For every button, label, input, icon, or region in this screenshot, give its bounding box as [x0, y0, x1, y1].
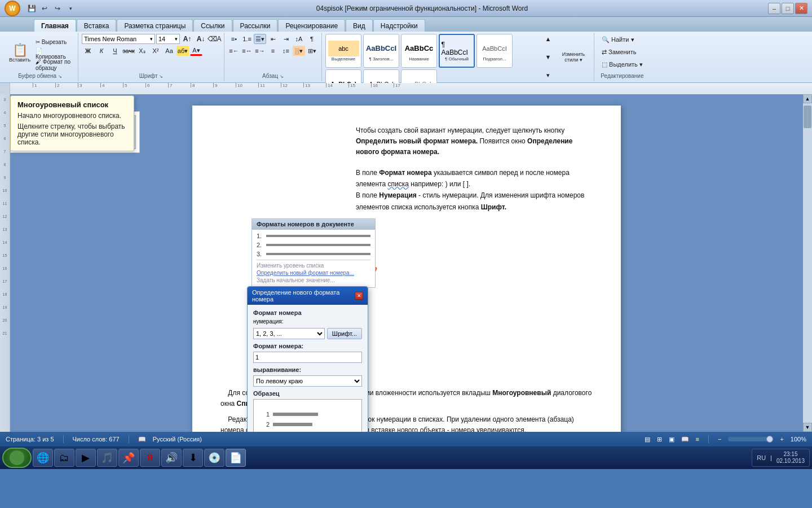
replace-button[interactable]: ⇄ Заменить	[598, 46, 641, 58]
show-marks-button[interactable]: ¶	[306, 34, 318, 44]
taskbar-media-button[interactable]: ▶	[76, 449, 96, 467]
doc-bold-font: Шрифт.	[481, 203, 506, 211]
text-case-button[interactable]: Аа	[163, 46, 175, 56]
align-center-button[interactable]: ≡↔	[241, 46, 253, 56]
view-print-icon[interactable]: ▣	[669, 436, 674, 443]
format-painter-button[interactable]: 🖌 Формат по образцу	[35, 60, 74, 70]
taskbar-pin1-button[interactable]: 📌	[118, 449, 139, 467]
undo-button[interactable]: ↩	[39, 3, 50, 14]
font-color-button[interactable]: А▾	[190, 46, 202, 56]
taskbar-download-button[interactable]: ⬇	[183, 449, 203, 467]
view-web-icon[interactable]: ⊞	[657, 436, 662, 443]
superscript-button[interactable]: X²	[149, 46, 162, 56]
scroll-down-button[interactable]: ▼	[803, 423, 812, 432]
taskbar-ie-button[interactable]: 🌐	[33, 449, 53, 467]
save-button[interactable]: 💾	[26, 3, 37, 14]
minimize-button[interactable]: –	[768, 3, 780, 14]
close-button[interactable]: ✕	[795, 3, 807, 14]
tab-home[interactable]: Главная	[34, 19, 76, 32]
font-name-selector[interactable]: Times New Roman ▾	[82, 34, 155, 44]
dialog-close-button[interactable]: ✕	[355, 292, 363, 300]
dialog-format-input[interactable]: 1	[253, 352, 362, 363]
italic-button[interactable]: К	[95, 46, 108, 56]
paste-button[interactable]: 📋 Вставить	[6, 37, 34, 71]
tab-mailings[interactable]: Рассылки	[233, 19, 278, 32]
view-normal-icon[interactable]: ▤	[645, 436, 650, 443]
align-right-button[interactable]: ≡→	[254, 46, 266, 56]
dialog-font-button[interactable]: Шрифт...	[327, 328, 362, 339]
strikethrough-button[interactable]: зачк	[122, 46, 135, 56]
taskbar-yandex-button[interactable]: Я	[140, 449, 160, 467]
vertical-scrollbar[interactable]: ▲ ▼	[803, 94, 812, 432]
formats-link-gray: Изменить уровень списка	[257, 262, 370, 269]
view-outline-icon[interactable]: ≡	[696, 436, 699, 443]
styles-scroll: ▲ ▼ ▾	[540, 34, 554, 80]
cut-button[interactable]: ✂ Вырезать	[35, 37, 74, 47]
styles-scroll-down[interactable]: ▼	[542, 52, 554, 62]
taskbar-music-button[interactable]: 🎵	[97, 449, 117, 467]
style-normal[interactable]: ¶ AaBbCcI ¶ Обычный	[439, 34, 475, 68]
tray-date: 02.10.2013	[776, 458, 805, 465]
tab-insert[interactable]: Вставка	[77, 19, 117, 32]
align-left-button[interactable]: ≡←	[228, 46, 240, 56]
shading-button[interactable]: ░▾	[293, 46, 305, 56]
taskbar-volume-button[interactable]: 🔊	[161, 449, 182, 467]
style-highlight-preview: abc	[328, 41, 359, 56]
ruler-mark-8: 8	[191, 83, 195, 87]
numbering-button[interactable]: 1.≡	[241, 34, 253, 44]
dialog-align-select[interactable]: По левому краю	[253, 375, 362, 387]
borders-button[interactable]: ⊞▾	[306, 46, 318, 56]
tab-references[interactable]: Ссылки	[193, 19, 232, 32]
start-button[interactable]	[2, 448, 32, 468]
styles-more-button[interactable]: ▾	[542, 70, 554, 80]
scroll-up-button[interactable]: ▲	[803, 94, 812, 103]
style-highlight[interactable]: abc Выделение	[325, 34, 361, 68]
taskbar-explorer-button[interactable]: 🗂	[54, 449, 74, 467]
highlight-button[interactable]: аб▾	[176, 46, 189, 56]
zoom-slider[interactable]	[728, 437, 773, 441]
scroll-thumb[interactable]	[804, 106, 811, 128]
maximize-button[interactable]: □	[782, 3, 794, 14]
subscript-button[interactable]: X₂	[136, 46, 148, 56]
bold-button[interactable]: Ж	[82, 46, 94, 56]
increase-indent-button[interactable]: ⇥	[280, 34, 292, 44]
select-button[interactable]: ⬚ Выделить ▾	[598, 59, 647, 70]
dialog-numeration-select[interactable]: 1, 2, 3, ...	[253, 328, 325, 339]
tab-review[interactable]: Рецензирование	[278, 19, 345, 32]
view-read-icon[interactable]: 📖	[681, 436, 689, 443]
font-size-selector[interactable]: 14 ▾	[156, 34, 180, 44]
decrease-indent-button[interactable]: ⇤	[267, 34, 279, 44]
line-spacing-button[interactable]: ↕≡	[280, 46, 292, 56]
zoom-slider-thumb[interactable]	[766, 436, 773, 443]
define-new-format-link[interactable]: Определить новый формат номера...	[257, 270, 370, 276]
find-button[interactable]: 🔍 Найти ▾	[598, 34, 638, 45]
font-grow-button[interactable]: A↑	[181, 34, 193, 44]
style-title[interactable]: AaBbCc Название	[401, 34, 437, 68]
tab-addins[interactable]: Надстройки	[373, 19, 425, 32]
tab-page-layout[interactable]: Разметка страницы	[117, 19, 193, 32]
system-tray: RU | 23:15 02.10.2013	[752, 449, 810, 467]
taskbar-disc-button[interactable]: 💿	[204, 449, 224, 467]
taskbar: 🌐 🗂 ▶ 🎵 📌 Я 🔊 ⬇ 💿 📄 RU | 23:15 02.10.201…	[0, 446, 812, 469]
qat-dropdown-button[interactable]: ▾	[65, 3, 76, 14]
change-styles-button[interactable]: Изменить стили ▾	[557, 48, 590, 66]
multilevel-list-button[interactable]: ☰▾	[254, 34, 266, 44]
style-heading1[interactable]: AaBbCcI ¶ Заголов...	[363, 34, 399, 68]
clear-format-button[interactable]: ⌫A	[208, 34, 220, 44]
dialog-label-numbering: Формат номера	[253, 309, 362, 316]
taskbar-word-button[interactable]: 📄	[226, 449, 246, 467]
font-shrink-button[interactable]: A↓	[195, 34, 207, 44]
zoom-out-button[interactable]: −	[718, 436, 721, 443]
copy-button[interactable]: 📄 Копировать	[35, 49, 74, 59]
tab-view[interactable]: Вид	[346, 19, 373, 32]
zoom-in-button[interactable]: +	[780, 436, 783, 443]
justify-button[interactable]: ≡	[267, 46, 279, 56]
office-logo-icon[interactable]: W	[5, 1, 20, 16]
sort-button[interactable]: ↕A	[293, 34, 305, 44]
styles-scroll-up[interactable]: ▲	[542, 34, 554, 44]
bullets-button[interactable]: ≡•	[228, 34, 240, 44]
redo-button[interactable]: ↪	[52, 3, 63, 14]
doc-area[interactable]: Многоуровневый список Начало многоуровне…	[10, 94, 803, 432]
style-subtitle[interactable]: AaBbCcI Подзагол...	[476, 34, 513, 68]
underline-button[interactable]: Ч	[109, 46, 121, 56]
